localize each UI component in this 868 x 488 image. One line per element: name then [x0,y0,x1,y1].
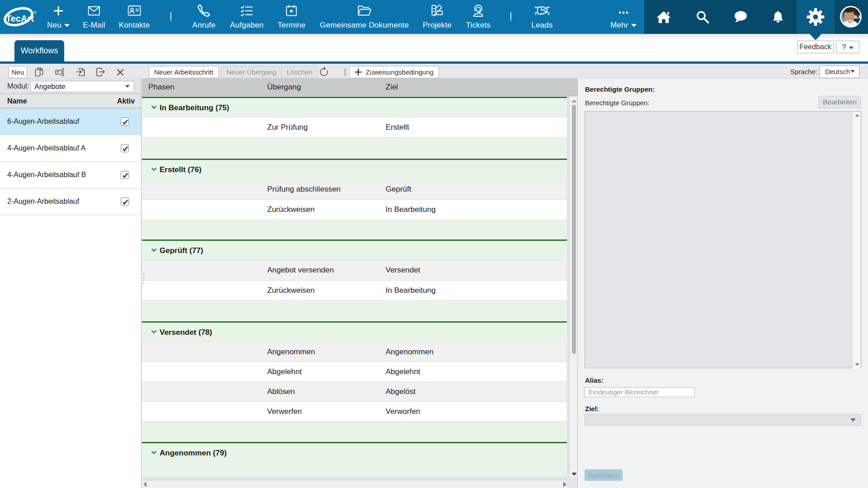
svg-text:TecArt: TecArt [6,14,34,23]
svg-text:®: ® [33,10,37,15]
